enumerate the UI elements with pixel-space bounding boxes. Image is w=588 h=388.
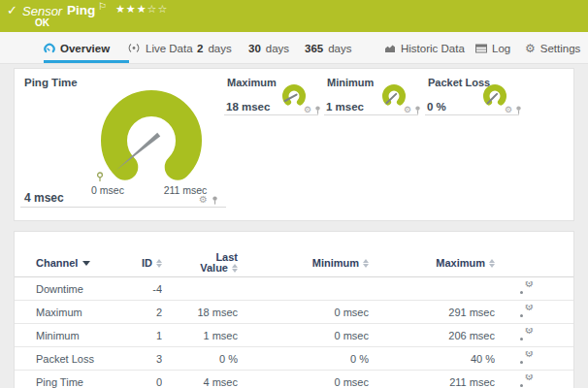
tab-unit: days	[208, 43, 231, 54]
gauge-pin-icon[interactable]	[515, 106, 522, 114]
gauge-settings-gear-icon[interactable]: ⚙	[404, 106, 411, 114]
gauge-settings-gear-icon[interactable]: ⚙	[304, 106, 311, 114]
prtg-sensor-page: ✓ Sensor Ping ⚐ ★★★☆☆ OK Overview Live D…	[0, 0, 588, 388]
tab-log[interactable]: Log	[475, 32, 510, 64]
table-row-maximum[interactable]: Maximum 2 18 msec 0 msec 291 msec ⚙	[15, 301, 573, 324]
channel-name: Ping Time	[36, 376, 143, 388]
gauge-current-value: 4 msec	[24, 191, 64, 205]
object-kind-label: Sensor	[22, 4, 62, 18]
column-label: Maximum	[436, 257, 485, 269]
live-signal-icon	[127, 43, 141, 53]
tab-365-days[interactable]: 365 days	[305, 32, 351, 64]
column-header-maximum[interactable]: Maximum	[369, 257, 495, 269]
gauge-pin-icon[interactable]	[414, 106, 421, 114]
gauges-panel: Ping Time 0 msec 211 msec 4 msec ⚙ Maxim…	[14, 68, 574, 221]
sort-icon	[489, 259, 495, 268]
status-badge: OK	[35, 17, 49, 28]
tab-unit: days	[266, 43, 289, 54]
area-chart-icon	[384, 44, 396, 53]
channel-name: Minimum	[36, 330, 143, 341]
sensor-header: ✓ Sensor Ping ⚐ ★★★☆☆ OK	[0, 0, 588, 32]
tab-settings[interactable]: ⚙ Settings	[525, 32, 580, 64]
minimum-value: 0 msec	[238, 376, 369, 388]
minimum-value: 0 %	[238, 353, 369, 365]
channel-id: 0	[143, 376, 162, 388]
channel-settings-icon[interactable]: ⚙	[519, 328, 534, 340]
tile-divider	[425, 114, 519, 115]
column-label: ID	[142, 257, 152, 269]
channel-id: 1	[143, 330, 162, 341]
stars-filled[interactable]: ★★★	[115, 3, 147, 15]
table-row-minimum[interactable]: Minimum 1 1 msec 0 msec 206 msec ⚙	[15, 324, 573, 347]
tab-2-days[interactable]: 2 days	[197, 32, 232, 64]
channel-name: Maximum	[36, 307, 143, 318]
gauge-settings-gear-icon[interactable]: ⚙	[199, 195, 208, 205]
channel-id: -4	[143, 283, 162, 295]
channel-id: 3	[143, 353, 162, 365]
channel-settings-icon[interactable]: ⚙	[519, 305, 534, 317]
tab-number: 30	[248, 43, 261, 54]
last-value: 4 msec	[162, 376, 238, 388]
last-value: 1 msec	[162, 330, 238, 341]
gauge-title: Ping Time	[24, 77, 78, 88]
channel-name: Packet Loss	[36, 353, 143, 365]
limit-marker-icon	[96, 172, 104, 182]
log-list-icon	[475, 44, 487, 53]
channel-settings-icon[interactable]: ⚙	[519, 374, 534, 387]
tab-label: Historic Data	[401, 43, 465, 54]
tab-30-days[interactable]: 30 days	[248, 32, 289, 64]
ping-time-gauge	[95, 84, 212, 185]
tile-divider	[224, 114, 318, 115]
channel-table-panel: Channel ID Last Value Minimum Maximum	[14, 231, 574, 388]
column-header-channel[interactable]: Channel	[36, 257, 143, 269]
sensor-title: Ping	[67, 3, 95, 17]
column-header-minimum[interactable]: Minimum	[238, 257, 369, 269]
table-row-downtime[interactable]: Downtime -4 ⚙	[15, 277, 573, 301]
gear-icon: ⚙	[525, 43, 536, 54]
last-value: 0 %	[162, 353, 238, 365]
column-label: Channel	[36, 257, 78, 269]
table-header-row: Channel ID Last Value Minimum Maximum	[15, 249, 573, 277]
gauge-pin-icon[interactable]	[212, 196, 218, 205]
tab-label: Log	[492, 43, 510, 54]
gauge-title: Minimum	[327, 77, 374, 88]
tile-divider	[20, 207, 226, 208]
tab-live-data[interactable]: Live Data	[127, 32, 193, 64]
channel-name: Downtime	[36, 283, 143, 295]
tab-historic-data[interactable]: Historic Data	[384, 32, 465, 64]
column-label: Value	[200, 263, 228, 274]
column-header-last-value[interactable]: Last Value	[162, 252, 238, 274]
tab-unit: days	[328, 43, 351, 54]
channel-id: 2	[143, 307, 162, 318]
gauge-title: Maximum	[227, 77, 277, 88]
table-row-ping-time[interactable]: Ping Time 0 4 msec 0 msec 211 msec ⚙	[15, 371, 573, 388]
priority-stars[interactable]: ★★★☆☆	[115, 3, 168, 16]
tab-number: 2	[197, 43, 203, 54]
gauge-current-value: 0 %	[427, 101, 446, 113]
column-header-id[interactable]: ID	[143, 257, 162, 269]
channel-settings-icon[interactable]: ⚙	[519, 281, 534, 294]
channel-settings-icon[interactable]: ⚙	[519, 351, 534, 364]
gauge-scale-min: 0 msec	[84, 184, 131, 196]
sort-desc-icon	[82, 261, 90, 266]
active-tab-indicator	[44, 60, 129, 63]
tab-bar: Overview Live Data 2 days 30 days 365 da…	[0, 32, 588, 64]
tab-label: Live Data	[146, 43, 193, 54]
maximum-value: 206 msec	[369, 330, 495, 341]
tab-label: Settings	[540, 43, 581, 54]
gauge-pin-icon[interactable]	[314, 106, 321, 114]
tab-number: 365	[305, 43, 323, 54]
gauge-current-value: 18 msec	[226, 101, 270, 113]
ok-check-icon: ✓	[7, 3, 17, 17]
maximum-value: 291 msec	[369, 307, 495, 318]
last-value: 18 msec	[162, 307, 238, 318]
gauge-settings-gear-icon[interactable]: ⚙	[505, 106, 512, 114]
maximum-value: 211 msec	[369, 376, 495, 388]
priority-flag-icon[interactable]: ⚐	[98, 1, 107, 12]
gauge-icon	[44, 43, 55, 53]
minimum-value: 0 msec	[238, 307, 369, 318]
stars-empty[interactable]: ☆☆	[147, 3, 169, 15]
table-row-packet-loss[interactable]: Packet Loss 3 0 % 0 % 40 % ⚙	[15, 347, 573, 371]
tile-divider	[324, 114, 418, 115]
column-label: Minimum	[312, 257, 359, 269]
